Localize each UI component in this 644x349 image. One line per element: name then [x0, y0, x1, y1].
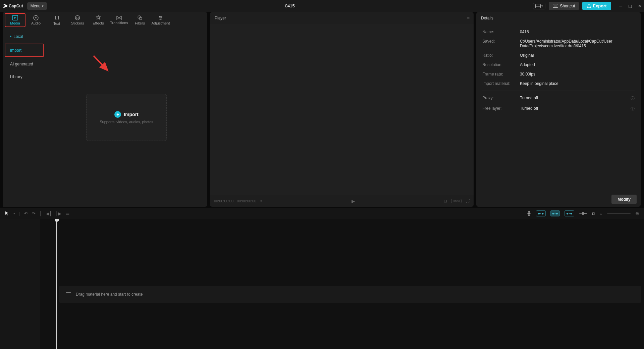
media-panel: Media Audio TI Text Stickers Effects Tra… — [3, 12, 207, 207]
timeline-gutter — [0, 219, 40, 349]
player-menu-icon[interactable]: ≡ — [467, 15, 469, 21]
modify-button[interactable]: Modify — [611, 195, 637, 204]
tab-text[interactable]: TI Text — [46, 13, 67, 27]
track-preview-2[interactable]: ●-● — [550, 210, 560, 216]
svg-rect-15 — [528, 211, 530, 214]
tab-media[interactable]: Media — [5, 13, 25, 27]
chevron-down-icon: ▾ — [541, 4, 543, 8]
player-title: Player — [215, 16, 226, 20]
zoom-slider[interactable] — [607, 213, 631, 214]
shortcut-label: Shortcut — [560, 4, 575, 8]
tab-audio[interactable]: Audio — [25, 13, 46, 27]
link-icon[interactable]: ⧉ — [592, 211, 595, 216]
tab-label: Adjustment — [151, 21, 170, 25]
menu-button[interactable]: Menu — [27, 2, 47, 10]
window-controls: ─ ▢ ✕ — [619, 4, 641, 8]
track-preview-3[interactable]: ●-● — [565, 210, 574, 216]
zoom-out-icon[interactable]: ○ — [600, 211, 602, 216]
layout-toggle[interactable]: ▾ — [533, 3, 545, 9]
sidebar-item-library[interactable]: Library — [3, 70, 46, 83]
track-preview-1[interactable]: ●-● — [536, 210, 546, 216]
label-proxy: Proxy: — [482, 96, 520, 101]
time-current: 00:00:00:00 — [214, 199, 233, 203]
effects-icon — [96, 15, 101, 20]
tab-label: Transitions — [110, 21, 128, 25]
player-controls: 00:00:00:00 00:00:00:00 ⊕ ▶ ⊡ Ratio ⛶ — [210, 195, 474, 207]
tab-label: Effects — [93, 21, 104, 25]
mic-icon[interactable] — [527, 211, 531, 216]
project-title: 0415 — [47, 3, 533, 8]
maximize-button[interactable]: ▢ — [628, 4, 632, 8]
value-freelayer: Turned off — [520, 106, 628, 112]
transitions-icon — [116, 15, 122, 20]
label-resolution: Resolution: — [482, 62, 520, 67]
player-viewport[interactable] — [210, 24, 474, 195]
filters-icon — [137, 15, 143, 20]
compare-icon[interactable]: ⊡ — [444, 199, 447, 203]
player-panel: Player ≡ 00:00:00:00 00:00:00:00 ⊕ ▶ ⊡ R… — [210, 12, 474, 207]
export-button[interactable]: Export — [582, 2, 611, 10]
tab-adjustment[interactable]: Adjustment — [150, 13, 171, 27]
label-name: Name: — [482, 30, 520, 34]
tab-label: Audio — [31, 21, 41, 25]
layout-icon — [535, 4, 541, 8]
minimize-button[interactable]: ─ — [619, 4, 622, 8]
sidebar-item-ai-generated[interactable]: AI generated — [3, 58, 46, 70]
value-resolution: Adapted — [520, 62, 635, 67]
app-name: CapCut — [9, 4, 23, 8]
timeline[interactable]: Drag material here and start to create — [0, 219, 644, 349]
sidebar-item-local[interactable]: Local — [3, 30, 46, 43]
svg-point-11 — [159, 16, 160, 17]
chevron-down-icon[interactable]: ▾ — [13, 212, 15, 215]
time-total: 00:00:00:00 — [237, 199, 256, 203]
svg-line-14 — [94, 56, 108, 70]
fullscreen-icon[interactable]: ⛶ — [466, 199, 470, 203]
capcut-icon — [3, 4, 7, 8]
tab-label: Filters — [135, 21, 145, 25]
label-saved: Saved: — [482, 39, 520, 48]
value-saved: C:/Users/Administrator/AppData/Local/Cap… — [520, 39, 635, 48]
sidebar-item-import[interactable]: Import — [5, 44, 44, 57]
details-title: Details — [481, 16, 493, 20]
undo-icon[interactable]: ↶ — [24, 211, 28, 216]
shortcut-button[interactable]: Shortcut — [549, 2, 579, 10]
redo-icon[interactable]: ↷ — [32, 211, 36, 216]
delete-icon[interactable]: ▭ — [65, 211, 69, 216]
close-button[interactable]: ✕ — [638, 4, 641, 8]
playhead[interactable] — [56, 219, 57, 349]
svg-point-6 — [75, 15, 80, 20]
delete-left-icon[interactable]: ◀⎮ — [46, 211, 52, 216]
svg-point-5 — [35, 17, 37, 18]
import-label: Import — [124, 112, 139, 117]
tab-label: Stickers — [71, 21, 84, 25]
value-proxy: Turned off — [520, 96, 628, 101]
zoom-in-icon[interactable]: ⊕ — [635, 211, 639, 216]
split-icon[interactable]: ⎮ — [40, 211, 42, 216]
tab-filters[interactable]: Filters — [129, 13, 150, 27]
delete-right-icon[interactable]: ⎮▶ — [56, 211, 61, 216]
ratio-button[interactable]: Ratio — [451, 199, 462, 203]
keyboard-icon — [553, 4, 558, 8]
tab-transitions[interactable]: Transitions — [109, 13, 129, 27]
value-import-material: Keep in original place — [520, 81, 635, 86]
import-subtitle: Supports: videos, audios, photos — [100, 120, 153, 124]
value-ratio: Original — [520, 53, 635, 58]
magnet-icon[interactable]: ⊣⊢ — [579, 211, 587, 216]
label-import-material: Import material: — [482, 81, 520, 86]
value-name: 0415 — [520, 30, 635, 34]
info-icon[interactable]: ⓘ — [631, 96, 635, 101]
play-button[interactable]: ▶ — [352, 199, 355, 204]
label-framerate: Frame rate: — [482, 72, 520, 77]
info-icon[interactable]: ⓘ — [631, 106, 635, 112]
plus-icon: + — [114, 111, 121, 118]
svg-point-7 — [76, 17, 77, 17]
zoom-indicator[interactable]: ⊕ — [260, 199, 262, 203]
cursor-tool-icon[interactable] — [5, 211, 9, 216]
tab-effects[interactable]: Effects — [88, 13, 109, 27]
import-drop-box[interactable]: + Import Supports: videos, audios, photo… — [86, 94, 167, 141]
tab-stickers[interactable]: Stickers — [67, 13, 88, 27]
svg-point-8 — [78, 17, 79, 17]
tab-label: Text — [53, 21, 60, 26]
timeline-empty-track[interactable]: Drag material here and start to create — [59, 286, 641, 303]
tab-label: Media — [10, 21, 20, 25]
